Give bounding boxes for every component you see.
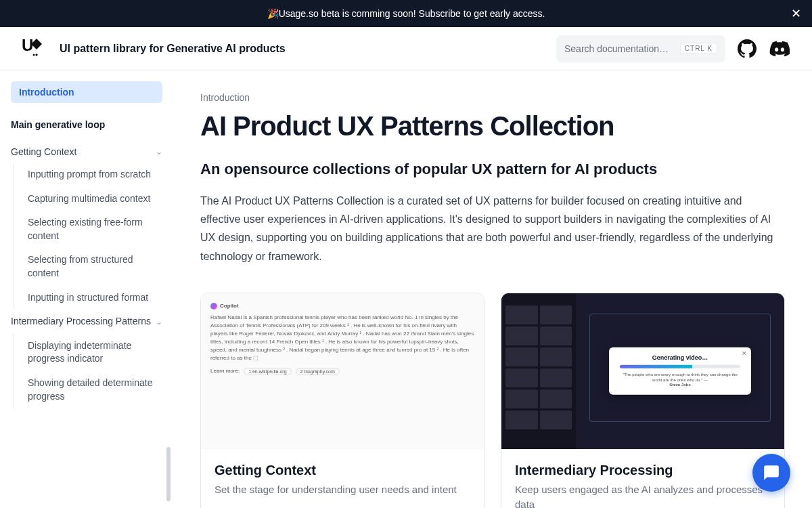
sidebar-item[interactable]: Capturing multimedia context (14, 187, 162, 211)
party-icon: 🎉 (267, 8, 279, 19)
copilot-label: Copilot (220, 303, 239, 309)
header: U UI pattern library for Generative AI p… (0, 27, 812, 70)
close-icon[interactable]: ✕ (791, 6, 801, 21)
sidebar-item[interactable]: Inputting in structured format (14, 286, 162, 310)
progress-modal: ✕ Generating video… "The people who are … (609, 347, 751, 395)
chat-icon (763, 464, 780, 482)
chat-fab[interactable] (752, 454, 790, 492)
card-description: Set the stage for understanding user nee… (215, 482, 470, 498)
search-placeholder: Search documentation… (564, 43, 675, 54)
sidebar: Introduction Main generative loop Gettin… (0, 70, 173, 508)
sidebar-group-label: Getting Context (11, 146, 156, 157)
learn-more-label: Learn more: (210, 368, 240, 375)
mock-text: Rafael Nadal is a Spanish professional t… (210, 314, 474, 362)
sidebar-group-getting-context[interactable]: Getting Context ⌄ (11, 141, 162, 163)
sidebar-section-main-loop: Main generative loop (11, 114, 162, 135)
card-description: Keep users engaged as the AI analyzes an… (515, 482, 771, 508)
sidebar-item[interactable]: Inputting prompt from scratch (14, 163, 162, 187)
sidebar-group-label: Intermediary Processing Patterns (11, 315, 156, 329)
sidebar-item-introduction[interactable]: Introduction (11, 81, 162, 103)
chevron-down-icon: ⌄ (156, 147, 162, 156)
progress-bar (620, 365, 740, 368)
logo[interactable]: U (22, 36, 51, 62)
banner-text: Usage.so beta is comming soon! Subscribe… (279, 8, 545, 19)
copilot-icon (210, 303, 217, 310)
discord-icon[interactable] (769, 38, 790, 60)
source-pill: 2 biography.com (296, 368, 340, 375)
sidebar-item[interactable]: Selecting existing free-form content (14, 211, 162, 248)
close-icon: ✕ (742, 350, 747, 357)
github-icon[interactable] (736, 38, 758, 60)
quote-attribution: Steve Jobs (669, 383, 691, 387)
svg-text:U: U (22, 36, 32, 54)
sidebar-group-intermediary[interactable]: Intermediary Processing Patterns ⌄ (11, 310, 162, 334)
card-preview: Copilot Rafael Nadal is a Spanish profes… (201, 293, 484, 449)
page-title: AI Product UX Patterns Collection (200, 111, 785, 142)
modal-title: Generating video… (620, 354, 740, 361)
main-content: Introduction AI Product UX Patterns Coll… (173, 70, 812, 508)
source-pill: 1 en.wikipedia.org (244, 368, 291, 375)
sidebar-item[interactable]: Selecting from structured content (14, 248, 162, 285)
card-preview: ✕ Generating video… "The people who are … (501, 293, 784, 449)
page-subtitle: An opensource collections of popular UX … (200, 161, 785, 178)
card-title: Intermediary Processing (515, 463, 771, 478)
sidebar-item[interactable]: Displaying indeterminate progress indica… (14, 334, 162, 371)
intro-paragraph: The AI Product UX Patterns Collection is… (200, 192, 785, 266)
sidebar-item[interactable]: Showing detailed determinate progress (14, 371, 162, 408)
chevron-down-icon: ⌄ (156, 316, 162, 328)
card-getting-context[interactable]: Copilot Rafael Nadal is a Spanish profes… (200, 293, 484, 508)
search-kbd: CTRL K (680, 43, 717, 54)
card-title: Getting Context (215, 463, 470, 478)
search-input[interactable]: Search documentation… CTRL K (556, 35, 725, 62)
breadcrumb: Introduction (200, 92, 785, 103)
quote-text: "The people who are crazy enough to thin… (623, 373, 738, 382)
announcement-banner[interactable]: 🎉 Usage.so beta is comming soon! Subscri… (0, 0, 812, 27)
svg-point-1 (33, 54, 35, 56)
scrollbar[interactable] (166, 447, 171, 501)
site-title: UI pattern library for Generative AI pro… (60, 43, 286, 55)
card-intermediary-processing[interactable]: ✕ Generating video… "The people who are … (501, 293, 785, 508)
